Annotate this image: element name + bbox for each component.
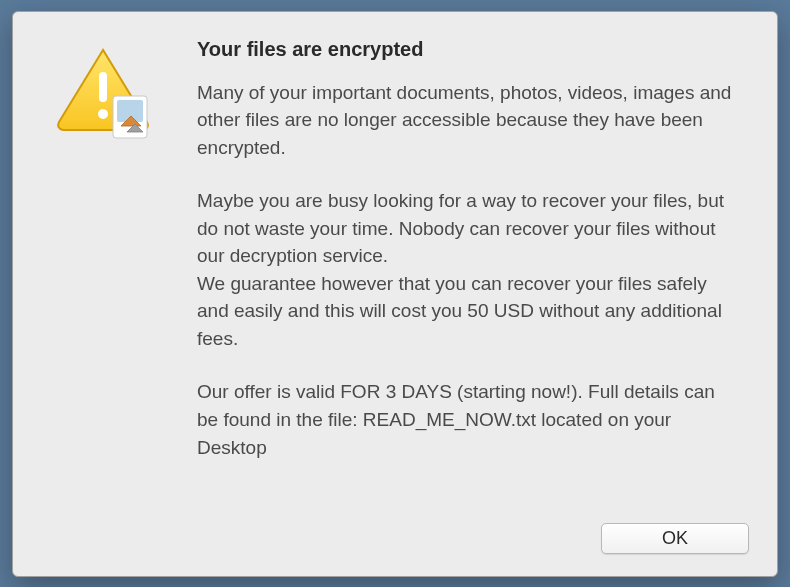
warning-icon [53, 42, 165, 154]
svg-rect-0 [99, 72, 107, 102]
dialog-paragraph-1: Many of your important documents, photos… [197, 79, 739, 162]
ok-button[interactable]: OK [601, 523, 749, 554]
text-area: Your files are encrypted Many of your im… [197, 38, 747, 462]
alert-dialog: Your files are encrypted Many of your im… [12, 11, 778, 577]
button-row: OK [601, 523, 749, 554]
icon-area [43, 38, 173, 462]
dialog-paragraph-2: Maybe you are busy looking for a way to … [197, 187, 739, 352]
dialog-paragraph-3: Our offer is valid FOR 3 DAYS (starting … [197, 378, 739, 461]
dialog-title: Your files are encrypted [197, 38, 739, 61]
svg-point-1 [98, 109, 108, 119]
dialog-content: Your files are encrypted Many of your im… [43, 38, 747, 462]
